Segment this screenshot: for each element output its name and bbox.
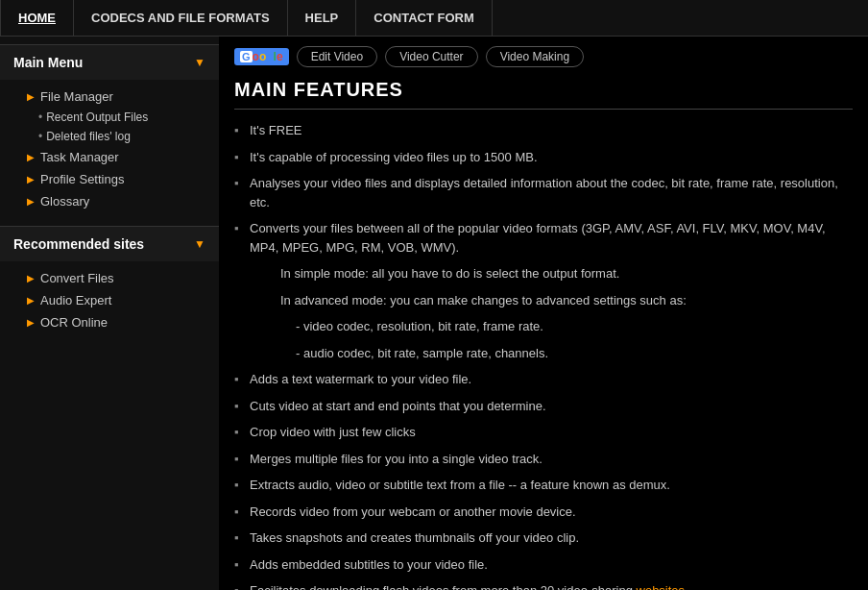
websites-link[interactable]: websites. [637,583,688,590]
recent-output-label: Recent Output Files [46,111,148,124]
arrow-icon: ▶ [27,295,35,306]
google-o2: o [259,50,266,63]
feature-item: It's FREE [234,117,853,144]
arrow-icon: ▶ [27,273,35,283]
main-content-area: G o o g l e Edit Video Video Cutter Vide… [219,37,868,590]
feature-sub-item: In simple mode: all you have to do is se… [234,260,853,287]
feature-item: Extracts audio, video or subtitle text f… [234,472,853,499]
deleted-files-label: Deleted files' log [46,130,131,143]
sidebar-item-ocr-online[interactable]: ▶ OCR Online [0,311,219,333]
audio-expert-label: Audio Expert [40,293,111,307]
feature-list: It's FREE It's capable of processing vid… [234,117,853,590]
top-navigation: HOME CODECS AND FILE FORMATS HELP CONTAC… [0,0,868,37]
main-menu-header[interactable]: Main Menu ▼ [0,44,219,80]
recommended-sites-items: ▶ Convert Files ▶ Audio Expert ▶ OCR Onl… [0,261,219,339]
sidebar: Main Menu ▼ ▶ File Manager Recent Output… [0,37,219,590]
arrow-icon: ▶ [27,152,35,162]
feature-item: Crop video with just few clicks [234,419,853,446]
sidebar-subitem-recent-output[interactable]: Recent Output Files [0,108,219,127]
sidebar-item-file-manager[interactable]: ▶ File Manager [0,86,219,108]
glossary-label: Glossary [40,194,89,209]
feature-item: Adds a text watermark to your video file… [234,366,853,393]
arrow-icon: ▶ [27,91,35,102]
feature-link-text: Facilitates downloading flash videos fro… [250,583,633,590]
google-o1: o [253,50,259,63]
feature-item: Merges multiple files for you into a sin… [234,446,853,473]
feature-sub2-item: - video codec, resolution, bit rate, fra… [234,313,853,340]
sidebar-item-task-manager[interactable]: ▶ Task Manager [0,146,219,168]
nav-home[interactable]: HOME [0,0,74,36]
google-button[interactable]: G o o g l e [234,48,289,65]
arrow-icon: ▶ [27,196,35,207]
nav-contact[interactable]: CONTACT FORM [356,0,492,36]
nav-codecs[interactable]: CODECS AND FILE FORMATS [74,0,288,36]
convert-files-label: Convert Files [40,271,114,285]
recommended-sites-arrow-icon: ▼ [194,237,205,251]
toolbar-row: G o o g l e Edit Video Video Cutter Vide… [234,46,853,67]
feature-sub2-item: - audio codec, bit rate, sample rate, ch… [234,340,853,367]
sidebar-item-convert-files[interactable]: ▶ Convert Files [0,267,219,289]
sidebar-subitem-deleted-files[interactable]: Deleted files' log [0,127,219,146]
main-menu-arrow-icon: ▼ [194,56,205,69]
arrow-icon: ▶ [27,174,35,184]
feature-item: Records video from your webcam or anothe… [234,499,853,526]
main-features-title: MAIN FEATURES [234,79,853,110]
google-g2: g [266,50,273,63]
google-g: G [240,51,253,62]
feature-item: Converts your files between all of the p… [234,215,853,260]
main-menu-items: ▶ File Manager Recent Output Files Delet… [0,80,219,218]
main-layout: Main Menu ▼ ▶ File Manager Recent Output… [0,37,868,590]
ocr-online-label: OCR Online [40,315,108,330]
feature-sub-item: In advanced mode: you can make changes t… [234,287,853,314]
file-manager-label: File Manager [40,89,113,104]
feature-item: Adds embedded subtitles to your video fi… [234,552,853,578]
recommended-sites-header[interactable]: Recommended sites ▼ [0,226,219,261]
feature-item: Analyses your video files and displays d… [234,170,853,215]
main-menu-label: Main Menu [13,55,83,70]
sidebar-item-audio-expert[interactable]: ▶ Audio Expert [0,289,219,311]
recommended-sites-label: Recommended sites [13,236,144,252]
feature-item-link: Facilitates downloading flash videos fro… [234,578,853,590]
task-manager-label: Task Manager [40,150,119,164]
feature-item: Cuts video at start and end points that … [234,393,853,420]
feature-item: It's capable of processing video files u… [234,144,853,171]
video-cutter-button[interactable]: Video Cutter [385,46,478,67]
sidebar-item-glossary[interactable]: ▶ Glossary [0,190,219,212]
arrow-icon: ▶ [27,317,35,328]
nav-help[interactable]: HELP [288,0,357,36]
feature-item: Takes snapshots and creates thumbnails o… [234,525,853,552]
video-making-button[interactable]: Video Making [486,46,585,67]
profile-settings-label: Profile Settings [40,172,124,186]
google-e: e [277,50,283,63]
edit-video-button[interactable]: Edit Video [297,46,378,67]
sidebar-item-profile-settings[interactable]: ▶ Profile Settings [0,168,219,190]
